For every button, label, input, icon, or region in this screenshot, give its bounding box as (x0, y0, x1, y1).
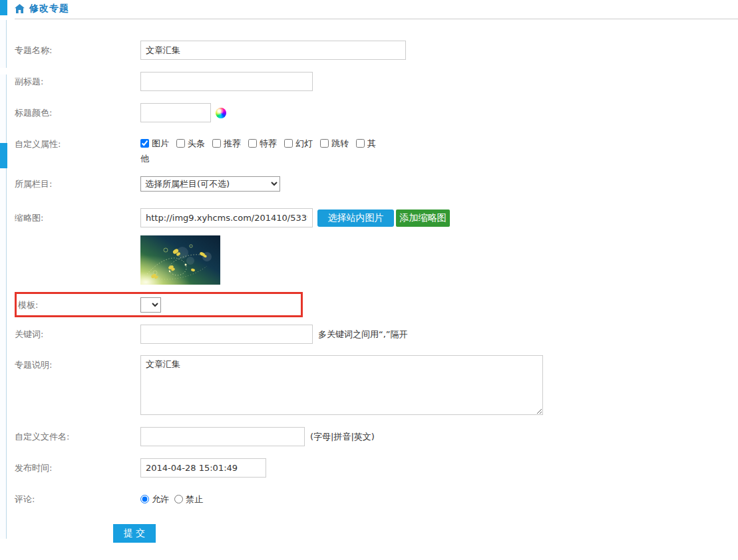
checkbox-jump[interactable]: 跳转 (320, 138, 349, 148)
row-publish-time: 发布时间: (15, 458, 733, 478)
rail-header-block (0, 0, 7, 15)
category-select[interactable]: 选择所属栏目(可不选) (140, 176, 280, 192)
checkbox-slide[interactable]: 幻灯 (284, 138, 313, 148)
keywords-hint: 多关键词之间用“,”隔开 (318, 329, 408, 341)
row-attributes: 自定义属性: 图片头条推荐特荐幻灯跳转其他 (15, 134, 733, 166)
publish-time-label: 发布时间: (15, 459, 140, 477)
filename-hint: (字母|拼音|英文) (310, 431, 375, 443)
subtitle-input[interactable] (140, 72, 313, 91)
row-submit: 提 交 (15, 524, 733, 543)
description-label: 专题说明: (15, 355, 140, 374)
thumbnail-url-input[interactable] (140, 208, 313, 227)
keywords-label: 关键词: (15, 325, 140, 343)
keywords-input[interactable] (140, 325, 313, 344)
attributes-label: 自定义属性: (15, 134, 140, 154)
page-title: 修改专题 (29, 3, 69, 15)
home-icon (15, 4, 25, 13)
checkbox-recommend[interactable]: 推荐 (212, 138, 241, 148)
thumbnail-label: 缩略图: (15, 208, 140, 227)
thumbnail-field: 选择站内图片 添加缩略图 (140, 208, 450, 285)
add-thumbnail-button[interactable]: 添加缩略图 (396, 210, 450, 227)
row-template-highlighted: 模板: (15, 292, 303, 317)
topic-name-label: 专题名称: (15, 41, 140, 59)
page-header: 修改专题 (15, 2, 69, 15)
description-textarea[interactable]: 文章汇集 (140, 355, 543, 415)
row-subtitle: 副标题: (15, 72, 733, 91)
thumbnail-preview-image (140, 235, 220, 285)
radio-forbid[interactable]: 禁止 (174, 493, 203, 505)
subtitle-label: 副标题: (15, 72, 140, 90)
checkbox-image[interactable]: 图片 (140, 138, 169, 148)
comments-label: 评论: (15, 490, 140, 508)
filename-input[interactable] (140, 427, 305, 446)
row-filename: 自定义文件名: (字母|拼音|英文) (15, 427, 733, 446)
title-color-input[interactable] (140, 103, 211, 122)
filename-label: 自定义文件名: (15, 428, 140, 446)
publish-time-input[interactable] (140, 458, 266, 478)
rail-track-top (0, 20, 7, 68)
checkbox-special[interactable]: 特荐 (248, 138, 277, 148)
row-keywords: 关键词: 多关键词之间用“,”隔开 (15, 325, 733, 344)
header-divider (15, 19, 738, 19)
left-rail (0, 0, 7, 560)
submit-button[interactable]: 提 交 (113, 524, 156, 543)
rail-scrollbar-thumb[interactable] (0, 143, 7, 168)
edit-topic-form: 专题名称: 副标题: 标题颜色: 自定义属性: 图片头条推荐特荐幻灯跳转其他 所… (15, 41, 733, 543)
radio-allow[interactable]: 允许 (140, 493, 169, 505)
row-topic-name: 专题名称: (15, 41, 733, 60)
row-description: 专题说明: 文章汇集 (15, 355, 733, 415)
row-title-color: 标题颜色: (15, 103, 733, 122)
attributes-checkbox-group: 图片头条推荐特荐幻灯跳转其他 (140, 134, 387, 166)
row-comments: 评论: 允许 禁止 (15, 490, 733, 508)
topic-name-input[interactable] (140, 41, 406, 60)
title-color-label: 标题颜色: (15, 104, 140, 122)
template-label: 模板: (18, 296, 140, 314)
checkbox-headline[interactable]: 头条 (176, 138, 205, 148)
pick-site-image-button[interactable]: 选择站内图片 (317, 210, 394, 227)
row-thumbnail: 缩略图: 选择站内图片 添加缩略图 (15, 208, 733, 285)
template-select[interactable] (140, 297, 161, 313)
row-category: 所属栏目: 选择所属栏目(可不选) (15, 175, 733, 193)
category-label: 所属栏目: (15, 175, 140, 193)
color-picker-icon[interactable] (216, 108, 226, 118)
